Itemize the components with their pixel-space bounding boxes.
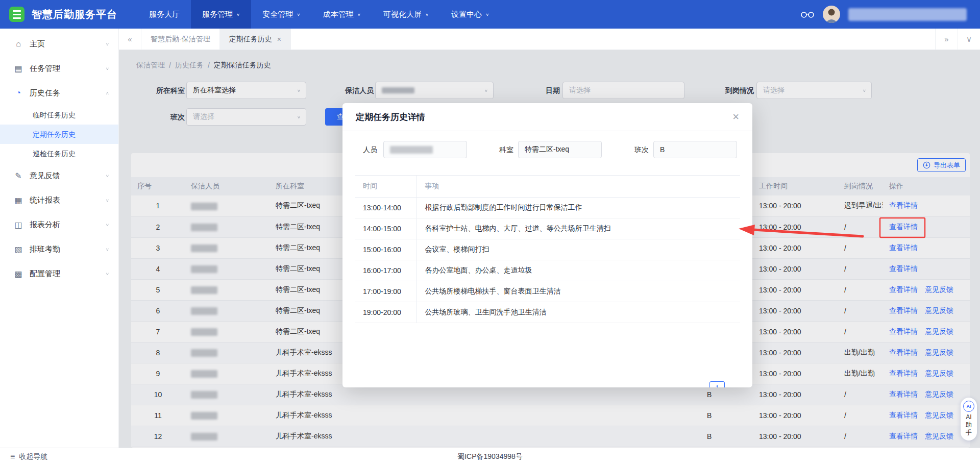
chevron-down-icon: ∨ (485, 12, 489, 16)
sidebar-item-task-mgmt[interactable]: ▤任务管理∨ (0, 56, 118, 81)
main-nav: 服务大厅服务管理∨安全管理∨成本管理∨可视化大屏∨设置中心∨ (138, 0, 501, 29)
nav-item-service-mgmt[interactable]: 服务管理∨ (191, 0, 251, 29)
app-title: 智慧后勤服务平台 (32, 8, 117, 21)
cell-time: 16:00-17:00 (355, 260, 416, 281)
cell-time: 14:00-15:00 (355, 218, 416, 239)
nav-item-label: 设置中心 (451, 10, 482, 19)
tab-label: 定期任务历史 (229, 35, 272, 44)
icp-number: 蜀ICP备19034998号 (457, 452, 523, 461)
home-icon: ⌂ (13, 39, 23, 48)
modal-fields: 人员 科室 特需二区-txeq 班次 B (342, 141, 752, 158)
chevron-down-icon: ∨ (106, 272, 109, 276)
sidebar-item-periodic-task-history[interactable]: 定期任务历史 (0, 125, 118, 144)
modal-table-header-row: 时间 事项 (355, 176, 740, 198)
shift-label: 班次 (634, 141, 649, 158)
ai-assistant-button[interactable]: AI AI助手 (961, 398, 977, 440)
sidebar-item-stats-report[interactable]: ▦统计报表∨ (0, 188, 118, 212)
sidebar-item-report-analysis[interactable]: ◫报表分析∨ (0, 212, 118, 237)
chevron-down-icon: ∨ (106, 198, 109, 202)
dept-input[interactable]: 特需二区-txeq (518, 141, 602, 158)
cell-item: 根据行政后勤部制度的工作时间进行日常保洁工作 (416, 198, 740, 218)
censored-username (848, 8, 967, 21)
modal-table-row: 16:00-17:00各办公室地面、办公桌、走道垃圾 (355, 260, 740, 281)
chevron-down-icon: ∨ (106, 174, 109, 178)
glasses-icon[interactable] (800, 11, 815, 18)
dept-label: 科室 (499, 141, 513, 158)
top-navbar: 智慧后勤服务平台 服务大厅服务管理∨安全管理∨成本管理∨可视化大屏∨设置中心∨ (0, 0, 980, 29)
sidebar-item-config-mgmt[interactable]: ▩配置管理∨ (0, 261, 118, 286)
chevron-down-icon: ∨ (425, 12, 429, 16)
sidebar-item-schedule-attendance[interactable]: ▧排班考勤∨ (0, 237, 118, 261)
sidebar-item-temp-task-history[interactable]: 临时任务历史 (0, 105, 118, 125)
stats-icon: ▦ (13, 195, 23, 205)
nav-item-settings-center[interactable]: 设置中心∨ (440, 0, 500, 29)
modal-task-table: 时间 事项 13:00-14:00根据行政后勤部制度的工作时间进行日常保洁工作1… (355, 175, 740, 323)
sidebar-item-inspection-task-history[interactable]: 巡检任务历史 (0, 144, 118, 163)
cell-item: 各科室护士站、电梯内、大厅、过道、等公共场所卫生清扫 (416, 218, 740, 239)
feedback-icon: ✎ (13, 171, 23, 181)
schedule-icon: ▧ (13, 244, 23, 254)
sidebar-item-feedback[interactable]: ✎意见反馈∨ (0, 163, 118, 188)
analysis-icon: ◫ (13, 220, 23, 230)
scroll-tabs-left-icon[interactable]: « (119, 29, 141, 50)
chevron-down-icon: ∨ (106, 223, 109, 227)
ai-logo-icon: AI (963, 401, 974, 412)
close-icon[interactable]: × (732, 111, 739, 123)
sidebar-item-label: 报表分析 (30, 220, 106, 230)
nav-item-visual-screen[interactable]: 可视化大屏∨ (372, 0, 440, 29)
ai-assistant-label-line: 手 (966, 429, 972, 436)
logo-line (13, 14, 21, 15)
chevron-up-icon: ∧ (106, 91, 109, 95)
collapse-nav-label: 收起导航 (19, 452, 47, 461)
app-logo-icon (9, 7, 24, 22)
modal-title: 定期任务历史详情 (356, 111, 425, 123)
tab-list-icon[interactable]: ∨ (958, 29, 980, 50)
sidebar-item-label: 配置管理 (30, 269, 106, 279)
chevron-down-icon: ∨ (236, 12, 240, 16)
tasks-icon: ▤ (13, 64, 23, 74)
modal-header: 定期任务历史详情 × (342, 103, 752, 131)
open-tabs: 智慧后勤-保洁管理定期任务历史× (141, 29, 935, 50)
shift-value: B (660, 145, 665, 154)
history-icon: ◔ (13, 88, 23, 97)
ai-assistant-label-line: AI (966, 413, 971, 421)
nav-item-label: 服务管理 (202, 10, 233, 19)
sidebar-item-home[interactable]: ⌂主页∨ (0, 32, 118, 56)
nav-item-label: 可视化大屏 (383, 10, 422, 19)
tab-periodic-task-history[interactable]: 定期任务历史× (220, 29, 291, 50)
config-icon: ▩ (13, 269, 23, 279)
sidebar-item-label: 排班考勤 (30, 244, 106, 254)
modal-table-row: 13:00-14:00根据行政后勤部制度的工作时间进行日常保洁工作 (355, 198, 740, 218)
nav-item-cost-mgmt[interactable]: 成本管理∨ (312, 0, 372, 29)
chevron-down-icon: ∨ (106, 42, 109, 46)
person-input[interactable] (383, 141, 467, 158)
avatar[interactable] (823, 6, 840, 23)
censored-person-name (390, 146, 433, 154)
modal-table-row: 19:00-20:00公共场所玻璃、卫生间洗手池卫生清洁 (355, 302, 740, 323)
tab-cleaning-mgmt[interactable]: 智慧后勤-保洁管理 (141, 29, 220, 50)
collapse-nav-button[interactable]: ≡ 收起导航 (10, 452, 47, 461)
chevron-down-icon: ∨ (357, 12, 361, 16)
pagination-page-1[interactable]: 1 (709, 381, 725, 387)
sidebar-item-label: 主页 (30, 39, 106, 49)
task-detail-modal: 定期任务历史详情 × 人员 科室 特需二区-txeq 班次 B 时间 事项 13… (342, 103, 752, 387)
modal-table-row: 14:00-15:00各科室护士站、电梯内、大厅、过道、等公共场所卫生清扫 (355, 218, 740, 239)
person-label: 人员 (363, 141, 377, 158)
nav-item-security-mgmt[interactable]: 安全管理∨ (251, 0, 311, 29)
sidebar-item-history-tasks[interactable]: ◔历史任务∧ (0, 81, 118, 105)
ai-assistant-label: AI助手 (966, 413, 972, 436)
menu-icon: ≡ (10, 452, 15, 461)
cell-time: 19:00-20:00 (355, 302, 416, 323)
column-header-time: 时间 (355, 176, 416, 198)
close-tab-icon[interactable]: × (277, 35, 281, 43)
scroll-tabs-right-icon[interactable]: » (935, 29, 958, 50)
nav-item-service-hall[interactable]: 服务大厅 (138, 0, 191, 29)
ai-assistant-label-line: 助 (966, 421, 972, 429)
modal-table-row: 17:00-19:00公共场所楼梯电梯扶手、窗台表面卫生清洁 (355, 281, 740, 302)
sidebar-item-label: 意见反馈 (30, 171, 106, 181)
cell-item: 会议室、楼梯间打扫 (416, 239, 740, 260)
shift-input[interactable]: B (653, 141, 737, 158)
column-header-item: 事项 (416, 176, 740, 198)
chevron-down-icon: ∨ (106, 247, 109, 251)
page-footer: ≡ 收起导航 蜀ICP备19034998号 (0, 448, 980, 465)
